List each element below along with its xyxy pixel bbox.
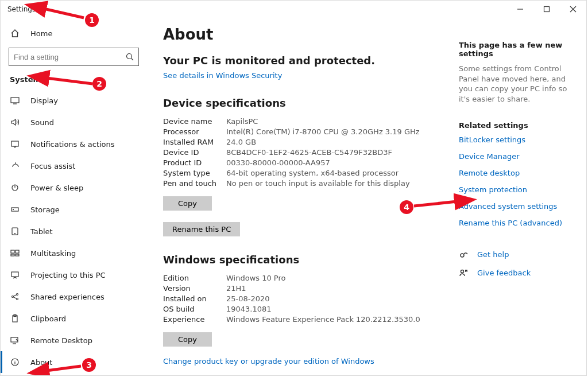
device-spec-table: Device nameKapilsPC ProcessorIntel(R) Co… — [163, 117, 450, 188]
svg-line-23 — [14, 295, 17, 296]
window-title: Settings — [1, 5, 36, 13]
svg-point-12 — [13, 209, 14, 210]
spec-key: Experience — [163, 315, 226, 324]
home-icon — [10, 28, 20, 38]
sidebar-item-sound[interactable]: Sound — [1, 111, 147, 133]
sidebar-item-storage[interactable]: Storage — [1, 199, 147, 220]
window-body: Home System Display Sound — [1, 18, 586, 375]
sidebar-item-about[interactable]: About — [1, 351, 147, 373]
bitlocker-link[interactable]: BitLocker settings — [459, 135, 579, 144]
content-left-column: About Your PC is monitored and protected… — [163, 26, 450, 366]
sidebar-item-power-sleep[interactable]: Power & sleep — [1, 177, 147, 199]
spec-key: System type — [163, 169, 226, 177]
spec-key: Installed on — [163, 294, 226, 303]
sidebar-item-multitasking[interactable]: Multitasking — [1, 242, 147, 264]
sidebar-item-label: Clipboard — [30, 314, 66, 323]
windows-spec-heading: Windows specifications — [163, 254, 450, 266]
system-protection-link[interactable]: System protection — [459, 185, 579, 194]
copy-windows-spec-button[interactable]: Copy — [163, 332, 212, 347]
svg-point-21 — [17, 294, 18, 296]
sidebar-item-notifications[interactable]: Notifications & actions — [1, 133, 147, 155]
svg-line-5 — [131, 59, 134, 61]
device-manager-link[interactable]: Device Manager — [459, 152, 579, 161]
feedback-icon — [459, 267, 469, 278]
sidebar-section-system[interactable]: System — [1, 73, 147, 90]
annotation-badge-3: 3 — [82, 358, 96, 372]
svg-point-4 — [127, 54, 132, 59]
spec-key: OS build — [163, 305, 226, 313]
sidebar-item-label: Notifications & actions — [30, 140, 115, 149]
spec-value: 21H1 — [226, 284, 450, 293]
maximize-button[interactable] — [533, 1, 560, 18]
give-feedback-link[interactable]: Give feedback — [477, 269, 531, 277]
advanced-system-settings-link[interactable]: Advanced system settings — [459, 202, 579, 211]
multitasking-icon — [10, 248, 20, 258]
sidebar-item-label: Display — [30, 96, 58, 105]
minimize-button[interactable] — [507, 1, 533, 18]
remote-desktop-icon — [10, 335, 20, 345]
annotation-badge-4: 4 — [400, 200, 413, 214]
spec-value: Intel(R) Core(TM) i7-8700 CPU @ 3.20GHz … — [226, 127, 450, 136]
tablet-icon — [10, 226, 20, 236]
close-button[interactable] — [560, 1, 586, 18]
spec-value: 00330-80000-00000-AA957 — [226, 158, 450, 167]
projecting-icon — [10, 270, 20, 280]
svg-point-32 — [461, 254, 464, 257]
content-right-column: This page has a few new settings Some se… — [459, 26, 579, 286]
spec-value: 8CB4DCF0-1EF2-4625-ACEB-C5479F32BD3F — [226, 148, 450, 157]
spec-value: 64-bit operating system, x64-based proce… — [226, 169, 450, 177]
sidebar-item-label: Projecting to this PC — [30, 271, 106, 279]
spec-value: Windows Feature Experience Pack 120.2212… — [226, 315, 450, 324]
svg-rect-19 — [11, 272, 18, 277]
give-feedback-row[interactable]: Give feedback — [459, 267, 579, 278]
spec-key: Version — [163, 284, 226, 293]
search-input[interactable] — [9, 53, 121, 61]
power-sleep-icon — [10, 182, 20, 193]
svg-point-22 — [17, 298, 18, 300]
remote-desktop-link[interactable]: Remote desktop — [459, 169, 579, 177]
spec-key: Device name — [163, 117, 226, 126]
sidebar-home[interactable]: Home — [1, 22, 147, 44]
svg-rect-8 — [11, 141, 18, 146]
annotation-badge-1: 1 — [85, 13, 99, 27]
svg-point-20 — [12, 296, 14, 298]
annotation-badge-2: 2 — [92, 77, 106, 91]
search-box[interactable] — [9, 48, 139, 66]
change-product-key-link[interactable]: Change product key or upgrade your editi… — [163, 357, 374, 366]
copy-device-spec-button[interactable]: Copy — [163, 196, 212, 211]
security-details-link[interactable]: See details in Windows Security — [163, 71, 282, 80]
spec-value: KapilsPC — [226, 117, 450, 126]
svg-rect-6 — [11, 98, 19, 103]
svg-rect-18 — [16, 254, 19, 256]
sidebar-item-focus-assist[interactable]: Focus assist — [1, 155, 147, 177]
sidebar-item-remote-desktop[interactable]: Remote Desktop — [1, 329, 147, 351]
storage-icon — [10, 204, 20, 215]
display-icon — [10, 95, 20, 106]
sidebar-item-shared-experiences[interactable]: Shared experiences — [1, 286, 147, 308]
sidebar-item-label: Shared experiences — [30, 293, 105, 301]
sidebar-item-projecting[interactable]: Projecting to this PC — [1, 264, 147, 286]
sidebar-item-display[interactable]: Display — [1, 90, 147, 111]
sidebar-nav-list: Display Sound Notifications & actions Fo… — [1, 90, 147, 375]
minimize-icon — [517, 6, 523, 12]
rename-pc-button[interactable]: Rename this PC — [163, 222, 240, 236]
svg-rect-11 — [11, 208, 18, 211]
settings-window: Settings Home — [0, 0, 587, 376]
spec-key: Pen and touch — [163, 179, 226, 188]
sidebar-item-label: Storage — [30, 205, 60, 214]
spec-key: Installed RAM — [163, 138, 226, 146]
svg-rect-17 — [11, 254, 14, 256]
main-content[interactable]: About Your PC is monitored and protected… — [147, 18, 586, 375]
get-help-row[interactable]: Get help — [459, 249, 579, 259]
sound-icon — [10, 117, 20, 127]
sidebar-item-clipboard[interactable]: Clipboard — [1, 308, 147, 329]
get-help-link[interactable]: Get help — [477, 250, 509, 259]
about-icon — [10, 357, 20, 367]
protection-status: Your PC is monitored and protected. — [163, 55, 450, 67]
rename-pc-advanced-link[interactable]: Rename this PC (advanced) — [459, 219, 579, 227]
device-spec-heading: Device specifications — [163, 97, 450, 109]
sidebar-item-tablet[interactable]: Tablet — [1, 220, 147, 242]
spec-value: Windows 10 Pro — [226, 274, 450, 282]
sidebar-item-label: Tablet — [30, 227, 53, 236]
svg-rect-16 — [16, 250, 19, 253]
